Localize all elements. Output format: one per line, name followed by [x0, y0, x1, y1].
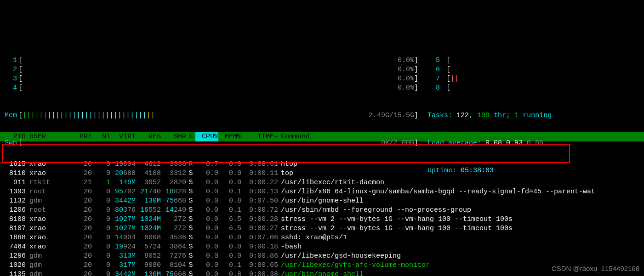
- table-row[interactable]: 1296gdm200313M80527276S0.00.00:00.86/usr…: [0, 252, 644, 261]
- command: top: [278, 169, 644, 178]
- mem: 0.0: [218, 242, 241, 252]
- mem: 0.0: [218, 252, 241, 261]
- ni: 0: [92, 224, 110, 233]
- col-shr[interactable]: SHR: [161, 132, 186, 141]
- cpu-label: 6: [427, 65, 440, 74]
- pri: 20: [74, 197, 92, 206]
- shr: 272: [161, 224, 186, 233]
- table-row[interactable]: 1868xrao2001400460084536S0.00.00:07.06ss…: [0, 233, 644, 242]
- table-row[interactable]: 1135gdm2003442M130M75668S0.00.80:00.38/u…: [0, 270, 644, 276]
- time: 0:00.28: [241, 215, 278, 224]
- pri: 20: [74, 169, 92, 178]
- table-row[interactable]: 8108xrao2001027M1024M272S0.06.50:00.28st…: [0, 215, 644, 224]
- process-list[interactable]: 1615xrao2001980446123336R0.70.03:08.61ht…: [0, 160, 644, 276]
- time: 0:00.27: [241, 224, 278, 233]
- user: root: [28, 187, 74, 197]
- res: 8052: [136, 252, 161, 261]
- shr: 7276: [161, 252, 186, 261]
- res: 130M: [136, 197, 161, 206]
- res: 4612: [136, 160, 161, 169]
- cpu: 0.0: [195, 178, 218, 187]
- mem-label: Mem: [5, 111, 18, 120]
- table-row[interactable]: 1020gdm200317M90808104S0.00.10:00.65/usr…: [0, 261, 644, 270]
- col-ni[interactable]: NI: [92, 132, 110, 141]
- col-s[interactable]: S: [186, 132, 195, 141]
- virt: 313M: [110, 252, 136, 261]
- pri: 20: [74, 206, 92, 215]
- pri: 20: [74, 252, 92, 261]
- user: gdm: [28, 270, 74, 276]
- user: gdm: [28, 252, 74, 261]
- pri: 20: [74, 187, 92, 197]
- ni: 0: [92, 197, 110, 206]
- pri: 20: [74, 242, 92, 252]
- pid: 8108: [0, 215, 28, 224]
- ni: 0: [92, 206, 110, 215]
- cpu-label: 4: [5, 84, 18, 93]
- virt: 20688: [110, 169, 136, 178]
- table-row[interactable]: 1206root200803761655214240S0.00.10:00.72…: [0, 206, 644, 215]
- res: 16552: [136, 206, 161, 215]
- cpu: 0.0: [195, 206, 218, 215]
- virt: 1027M: [110, 224, 136, 233]
- table-row[interactable]: 1132gdm2003442M130M75668S0.00.80:07.50/u…: [0, 197, 644, 206]
- shr: 3864: [161, 242, 186, 252]
- cpu-pct: 0.0%: [398, 74, 414, 84]
- watermark: CSDN @raoxu_1154492168: [552, 264, 639, 273]
- mem: 0.0: [218, 160, 241, 169]
- ni: 0: [92, 233, 110, 242]
- command: /usr/libexec/rtkit-daemon: [278, 178, 644, 187]
- res: 4108: [136, 169, 161, 178]
- col-pri[interactable]: PRI: [74, 132, 92, 141]
- command: /usr/lib/x86_64-linux-gnu/samba/samba-bg…: [278, 187, 644, 197]
- col-pid[interactable]: PID: [0, 132, 28, 141]
- col-user[interactable]: USER: [28, 132, 74, 141]
- table-row[interactable]: 1615xrao2001980446123336R0.70.03:08.61ht…: [0, 160, 644, 169]
- table-row[interactable]: 1393root200957922174018828S0.00.10:00.13…: [0, 187, 644, 197]
- shr: 3312: [161, 169, 186, 178]
- command: -bash: [278, 242, 644, 252]
- user: gdm: [28, 261, 74, 270]
- pid: 1206: [0, 206, 28, 215]
- pid: 8107: [0, 224, 28, 233]
- col-cpu[interactable]: CPU%: [195, 132, 218, 141]
- state: S: [186, 261, 195, 270]
- col-time[interactable]: TIME+: [241, 132, 278, 141]
- ni: 0: [92, 270, 110, 276]
- column-header[interactable]: PID USER PRI NI VIRT RES SHR S CPU% MEM%…: [0, 132, 644, 141]
- time: 3:08.61: [241, 160, 278, 169]
- res: 5724: [136, 242, 161, 252]
- user: xrao: [28, 233, 74, 242]
- pid: 911: [0, 178, 28, 187]
- command: /usr/bin/gnome-shell: [278, 197, 644, 206]
- cpu: 0.0: [195, 187, 218, 197]
- user: xrao: [28, 160, 74, 169]
- cpu: 0.7: [195, 160, 218, 169]
- res: 21740: [136, 187, 161, 197]
- col-cmd[interactable]: Command: [278, 132, 644, 141]
- pri: 20: [74, 160, 92, 169]
- shr: 2820: [161, 178, 186, 187]
- virt: 19924: [110, 242, 136, 252]
- time: 0:07.06: [241, 233, 278, 242]
- time: 0:00.11: [241, 169, 278, 178]
- virt: 149M: [110, 178, 136, 187]
- table-row[interactable]: 8107xrao2001027M1024M272S0.06.50:00.27st…: [0, 224, 644, 233]
- table-row[interactable]: 8110xrao2002068841083312S0.00.00:00.11to…: [0, 169, 644, 178]
- command: /usr/sbin/nmbd --foreground --no-process…: [278, 206, 644, 215]
- user: xrao: [28, 224, 74, 233]
- table-row[interactable]: 911rtkit211149M30522820S0.00.00:00.22/us…: [0, 178, 644, 187]
- col-virt[interactable]: VIRT: [110, 132, 136, 141]
- col-mem[interactable]: MEM%: [218, 132, 241, 141]
- time: 0:00.72: [241, 206, 278, 215]
- cpu: 0.0: [195, 224, 218, 233]
- mem: 0.0: [218, 178, 241, 187]
- col-res[interactable]: RES: [136, 132, 161, 141]
- pid: 1868: [0, 233, 28, 242]
- shr: 4536: [161, 233, 186, 242]
- ni: 1: [92, 178, 110, 187]
- tasks-label: Tasks:: [427, 111, 452, 120]
- state: R: [186, 160, 195, 169]
- cpu-pct: 0.0%: [398, 56, 414, 65]
- table-row[interactable]: 7464xrao2001992457243864S0.00.00:00.18-b…: [0, 242, 644, 252]
